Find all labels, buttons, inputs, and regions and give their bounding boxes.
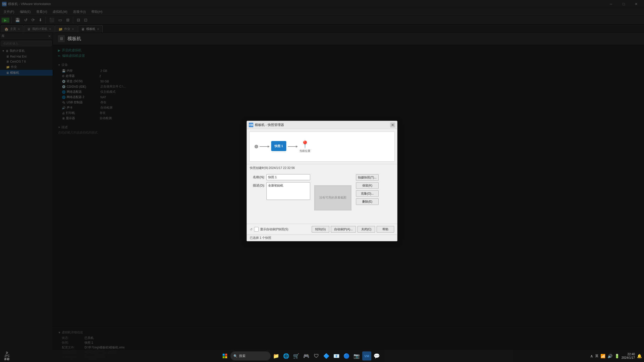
svg-rect-6 [223,356,225,358]
game-button[interactable]: 🎮 [302,351,311,360]
current-position-label: 当前位置 [299,149,310,153]
snapshot-thumbnail: 没有可用的屏幕截图 [314,185,351,210]
current-pin-icon: 📍 [301,140,309,149]
auto-protect-label: 显示自动保护快照(S) [260,227,288,232]
current-position-node: 📍 当前位置 [299,140,310,153]
delete-button[interactable]: 删除(E) [356,198,379,205]
start-button[interactable] [220,351,229,360]
name-label: 名称(N): [250,175,265,179]
dialog-form-right: 没有可用的屏幕截图 [313,174,353,221]
store-button[interactable]: 🛒 [292,351,301,360]
dialog-form-left: 名称(N): 描述(D): 全新初始机 [250,174,310,221]
dialog-close-button[interactable]: ✕ [390,122,395,127]
file-explorer-button[interactable]: 📁 [272,351,281,360]
search-text: 搜索 [239,354,246,358]
selected-count-text: 已选择 1 个快照 [250,236,271,240]
taskbar-weather: 🌫 -3°C 雾霾 [2,351,12,361]
svg-rect-5 [225,354,227,356]
taskbar-right: ∧ 英 📶 🔊 🔋 22:40 2024/1/17 🔔 [590,352,642,359]
autoprotect-button[interactable]: 自动保护(A)... [331,226,356,233]
search-icon: 🔍 [233,354,237,358]
goto-button[interactable]: 转到(G) [312,226,329,233]
weather-icon: 🌫 [6,351,8,354]
notification-icon[interactable]: 🔔 [637,354,642,358]
vmware-icon: VM [364,354,369,358]
dialog-snapshot-info: 快照创建时间:2024/1/17 22:32:56 [247,164,397,172]
dialog-overlay: VM 模板机 - 快照管理器 ✕ 快照 1 [0,0,644,362]
search-button[interactable]: 🔍 搜索 [230,351,271,360]
dialog-icon: VM [249,123,253,127]
photo-button[interactable]: 📷 [352,351,361,360]
taskbar-left: 🌫 -3°C 雾霾 [2,351,12,361]
browser-button[interactable]: 🌐 [282,351,291,360]
timeline-arrow-2 [288,145,298,148]
language-indicator[interactable]: 英 [595,354,598,358]
svg-rect-7 [225,356,227,358]
snapshot-desc-textarea[interactable]: 全新初始机 [266,182,310,200]
take-snapshot-button[interactable]: 拍摄快照(T)... [356,174,379,181]
dialog-bottom: ↺ 显示自动保护快照(S) 转到(G) 自动保护(A)... 关闭(C) 帮助 [247,224,397,235]
weather-desc: 雾霾 [4,357,10,361]
wechat-button[interactable]: 💬 [372,351,381,360]
svg-rect-4 [223,354,225,356]
dialog-close-action-button[interactable]: 关闭(C) [357,226,375,233]
taskbar-time-text: 22:40 [622,352,635,356]
kde-button[interactable]: 🔵 [342,351,351,360]
snapshot-timeline: 快照 1 📍 当前位置 [249,131,395,162]
snapshot-node-1[interactable]: 快照 1 [271,141,286,152]
svg-marker-1 [268,146,270,148]
mail-button[interactable]: 📧 [332,351,341,360]
dialog-form: 名称(N): 描述(D): 全新初始机 没有可用的屏幕截图 [247,172,356,224]
snapshot-name-input[interactable] [266,174,310,180]
clone-button[interactable]: 克隆(O)... [356,190,379,197]
antivirus-button[interactable]: 🛡 [312,351,321,360]
help-button[interactable]: 帮助 [377,226,394,233]
auto-protect-refresh-icon[interactable]: ↺ [250,228,253,231]
dialog-status: 已选择 1 个快照 [247,235,397,241]
auto-protect-checkbox[interactable] [254,227,259,232]
dialog-right-buttons: 拍摄快照(T)... 保留(K) 克隆(O)... 删除(E) [356,172,381,224]
wifi-icon[interactable]: 📶 [600,354,606,358]
taskbar-datetime: 22:40 2024/1/17 [622,352,635,359]
chevron-up-icon[interactable]: ∧ [590,354,593,358]
taskbar-center: 🔍 搜索 📁 🌐 🛒 🎮 🛡 🔷 📧 🔵 📷 VM 💬 [13,351,589,360]
desc-input-label: 描述(D): [250,183,265,188]
timeline-arrow-1 [260,145,270,148]
dialog-bottom-left: ↺ 显示自动保护快照(S) [250,227,310,232]
dialog-title: 模板机 - 快照管理器 [255,123,389,127]
start-circle [255,145,258,148]
dialog-bottom-right: 转到(G) 自动保护(A)... 关闭(C) 帮助 [312,226,394,233]
sound-icon[interactable]: 🔊 [608,354,613,358]
snapshot-time-text: 快照创建时间:2024/1/17 22:32:56 [250,166,295,170]
snapshot-dialog: VM 模板机 - 快照管理器 ✕ 快照 1 [247,121,397,241]
snapshot-name-row: 名称(N): [250,174,310,180]
edge-button[interactable]: 🔷 [322,351,331,360]
no-screenshot-text: 没有可用的屏幕截图 [319,196,346,200]
dialog-content-area: 名称(N): 描述(D): 全新初始机 没有可用的屏幕截图 [247,172,397,224]
battery-icon[interactable]: 🔋 [615,354,620,358]
svg-marker-3 [296,146,298,148]
save-button[interactable]: 保留(K) [356,182,379,189]
taskbar: 🌫 -3°C 雾霾 🔍 搜索 📁 🌐 🛒 🎮 🛡 🔷 📧 🔵 📷 VM [0,350,644,362]
weather-temp: -3°C [4,354,10,357]
snapshot-start-node [255,145,258,148]
dialog-titlebar: VM 模板机 - 快照管理器 ✕ [247,121,397,129]
snapshot-box-1: 快照 1 [271,141,286,151]
vmware-taskbar-button[interactable]: VM [362,351,371,360]
snapshot-desc-row: 描述(D): 全新初始机 [250,182,310,200]
taskbar-date-text: 2024/1/17 [622,356,635,359]
